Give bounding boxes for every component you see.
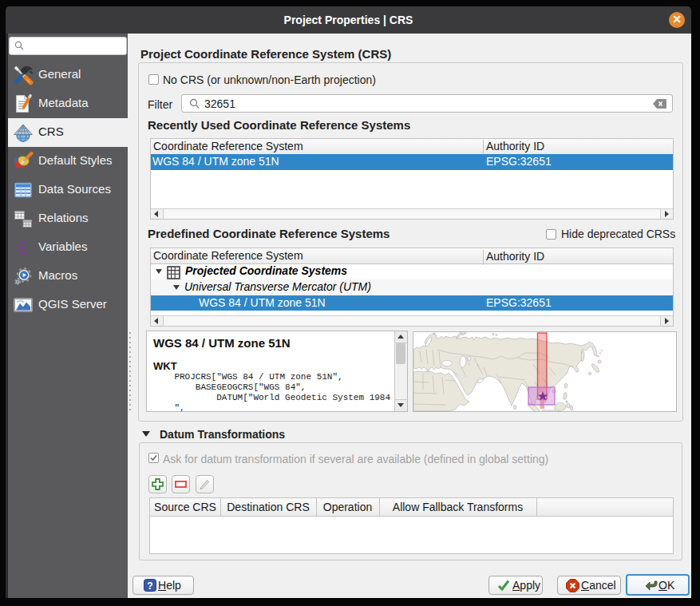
svg-text:?: ?: [147, 580, 152, 592]
